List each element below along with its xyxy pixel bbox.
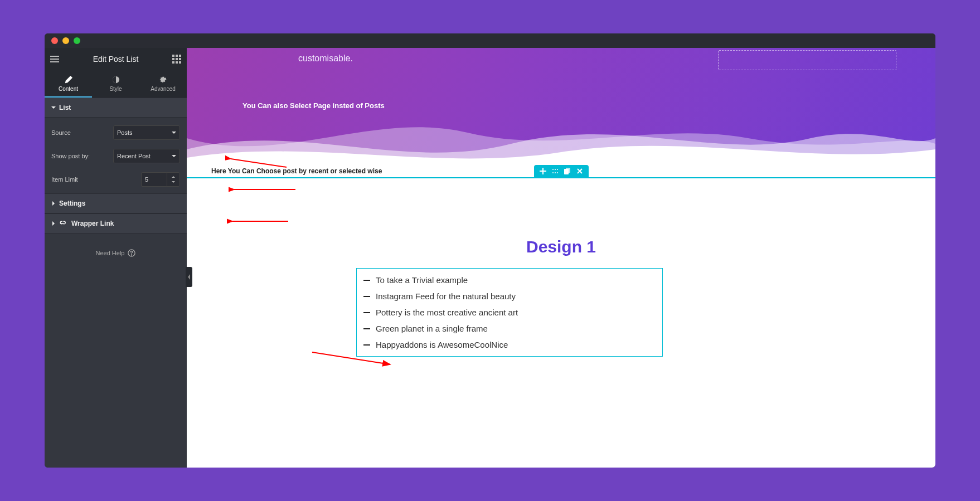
svg-rect-22 (566, 168, 570, 173)
section-settings-header[interactable]: Settings (45, 193, 187, 213)
chevron-down-icon (172, 130, 176, 135)
svg-rect-2 (50, 61, 59, 62)
post-title: Pottery is the most creative ancient art (376, 308, 518, 317)
list-item[interactable]: To take a Trivial example (357, 272, 662, 288)
svg-point-18 (552, 172, 554, 173)
section-list-header[interactable]: List (45, 98, 187, 118)
bullet-icon (363, 280, 370, 281)
editor-sidebar: Edit Post List Content Style Advanced (45, 48, 187, 468)
help-icon (128, 249, 135, 257)
wave-divider (187, 105, 935, 172)
showby-select[interactable]: Recent Post (113, 149, 180, 163)
svg-point-19 (555, 172, 556, 173)
list-item[interactable]: Pottery is the most creative ancient art (357, 304, 662, 320)
list-item[interactable]: Happyaddons is AwesomeCoolNice (357, 337, 662, 353)
svg-rect-3 (172, 55, 174, 57)
section-divider (187, 177, 935, 178)
chevron-down-icon (172, 154, 176, 158)
showby-value: Recent Post (117, 153, 151, 159)
post-title: To take a Trivial example (376, 275, 468, 285)
widgets-grid-icon[interactable] (172, 55, 181, 64)
maximize-window-button[interactable] (74, 37, 80, 44)
preview-canvas[interactable]: customisable. You Can also Select Page i… (187, 48, 935, 468)
source-row: Source Posts (51, 121, 180, 144)
tab-label: Content (59, 86, 78, 92)
limit-label: Item Limit (51, 176, 78, 183)
list-item[interactable]: Green planet in a single frame (357, 320, 662, 337)
tab-content[interactable]: Content (45, 70, 92, 98)
link-icon (59, 220, 66, 227)
app-body: Edit Post List Content Style Advanced (45, 48, 935, 468)
svg-rect-7 (176, 58, 178, 60)
svg-rect-6 (172, 58, 174, 60)
menu-icon[interactable] (50, 55, 59, 64)
svg-point-15 (552, 169, 554, 170)
browser-window: Edit Post List Content Style Advanced (45, 33, 935, 468)
list-item[interactable]: Instagram Feed for the natural beauty (357, 288, 662, 304)
section-title: List (59, 104, 71, 111)
showby-label: Show post by: (51, 153, 90, 159)
sidebar-header: Edit Post List (45, 48, 187, 70)
bullet-icon (363, 312, 370, 313)
style-icon (112, 76, 120, 84)
svg-rect-9 (172, 61, 174, 64)
tab-advanced[interactable]: Advanced (139, 70, 187, 98)
gear-icon (159, 76, 167, 84)
pencil-icon (65, 76, 72, 84)
caret-right-icon (51, 221, 56, 226)
svg-rect-5 (179, 55, 181, 57)
svg-point-20 (557, 172, 558, 173)
svg-point-17 (557, 169, 558, 170)
source-label: Source (51, 129, 71, 136)
hero-subtitle: customisable. (298, 53, 353, 64)
sidebar-tabs: Content Style Advanced (45, 70, 187, 98)
source-select[interactable]: Posts (113, 125, 180, 140)
limit-input[interactable] (141, 172, 167, 187)
svg-rect-0 (50, 56, 59, 57)
empty-widget-placeholder[interactable] (718, 50, 896, 70)
svg-rect-11 (179, 61, 181, 64)
tab-style[interactable]: Style (92, 70, 139, 98)
svg-point-14 (132, 255, 132, 255)
tab-label: Advanced (151, 86, 175, 92)
bullet-icon (363, 296, 370, 297)
section-title: Wrapper Link (71, 220, 114, 227)
help-link[interactable]: Need Help (45, 234, 187, 273)
post-list-widget[interactable]: To take a Trivial example Instagram Feed… (356, 268, 663, 357)
caret-right-icon (51, 201, 56, 206)
window-titlebar (45, 33, 935, 48)
svg-rect-4 (176, 55, 178, 57)
section-edit-toolbar (534, 165, 589, 177)
hero-section: customisable. You Can also Select Page i… (187, 48, 935, 171)
delete-section-button[interactable] (576, 168, 583, 174)
limit-stepper[interactable] (167, 172, 180, 187)
showby-row: Show post by: Recent Post (51, 144, 180, 168)
help-text: Need Help (96, 250, 125, 256)
svg-rect-10 (176, 61, 178, 64)
minimize-window-button[interactable] (62, 37, 69, 44)
canvas-hint: Here You Can Choose post by recent or se… (211, 167, 382, 175)
list-controls: Source Posts Show post by: Recent Post (45, 118, 187, 193)
section-title: Settings (59, 200, 85, 207)
source-value: Posts (117, 129, 133, 136)
post-title: Green planet in a single frame (376, 324, 488, 333)
svg-rect-1 (50, 59, 59, 60)
add-section-button[interactable] (540, 168, 546, 174)
bullet-icon (363, 328, 370, 329)
svg-point-16 (555, 169, 556, 170)
bullet-icon (363, 344, 370, 346)
stepper-icon (171, 176, 176, 183)
svg-rect-8 (179, 58, 181, 60)
limit-row: Item Limit (51, 168, 180, 191)
close-window-button[interactable] (51, 37, 58, 44)
sidebar-collapse-handle[interactable] (186, 267, 192, 287)
post-title: Instagram Feed for the natural beauty (376, 291, 516, 301)
design-title: Design 1 (526, 237, 596, 256)
duplicate-section-button[interactable] (564, 168, 571, 174)
caret-down-icon (51, 105, 56, 110)
edit-section-button[interactable] (552, 168, 559, 174)
panel-title: Edit Post List (59, 55, 172, 64)
post-title: Happyaddons is AwesomeCoolNice (376, 340, 508, 349)
tab-label: Style (109, 86, 122, 92)
section-wrapper-header[interactable]: Wrapper Link (45, 213, 187, 234)
